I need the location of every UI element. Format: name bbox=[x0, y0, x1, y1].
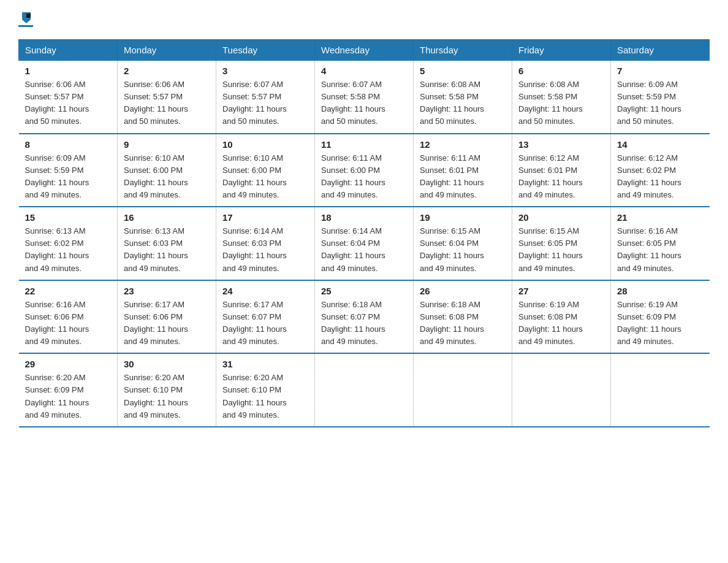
day-info: Sunrise: 6:07 AMSunset: 5:58 PMDaylight:… bbox=[321, 79, 407, 128]
day-info: Sunrise: 6:12 AMSunset: 6:01 PMDaylight:… bbox=[518, 152, 604, 202]
day-number: 5 bbox=[420, 66, 506, 76]
day-number: 12 bbox=[420, 139, 506, 150]
calendar-cell: 23Sunrise: 6:17 AMSunset: 6:06 PMDayligh… bbox=[118, 280, 216, 354]
day-number: 8 bbox=[25, 139, 112, 150]
calendar-cell: 7Sunrise: 6:09 AMSunset: 5:59 PMDaylight… bbox=[611, 61, 710, 134]
day-info: Sunrise: 6:17 AMSunset: 6:07 PMDaylight:… bbox=[222, 299, 308, 348]
day-number: 25 bbox=[321, 286, 407, 296]
day-info: Sunrise: 6:20 AMSunset: 6:10 PMDaylight:… bbox=[124, 372, 210, 421]
calendar-cell: 13Sunrise: 6:12 AMSunset: 6:01 PMDayligh… bbox=[512, 134, 611, 207]
day-number: 4 bbox=[321, 66, 407, 76]
page-header bbox=[18, 12, 710, 27]
logo bbox=[18, 12, 33, 27]
day-info: Sunrise: 6:16 AMSunset: 6:06 PMDaylight:… bbox=[25, 299, 112, 348]
calendar-cell: 9Sunrise: 6:10 AMSunset: 6:00 PMDaylight… bbox=[118, 134, 216, 207]
day-info: Sunrise: 6:15 AMSunset: 6:05 PMDaylight:… bbox=[518, 225, 604, 275]
calendar-cell: 11Sunrise: 6:11 AMSunset: 6:00 PMDayligh… bbox=[315, 134, 414, 207]
header-sunday: Sunday bbox=[19, 40, 118, 61]
day-number: 29 bbox=[25, 359, 112, 369]
calendar-cell: 12Sunrise: 6:11 AMSunset: 6:01 PMDayligh… bbox=[414, 134, 512, 207]
svg-marker-1 bbox=[26, 13, 31, 18]
day-number: 21 bbox=[617, 212, 703, 223]
calendar-cell: 15Sunrise: 6:13 AMSunset: 6:02 PMDayligh… bbox=[19, 207, 118, 280]
day-info: Sunrise: 6:13 AMSunset: 6:03 PMDaylight:… bbox=[124, 225, 210, 275]
day-number: 20 bbox=[518, 212, 604, 223]
day-number: 6 bbox=[518, 66, 604, 76]
calendar-cell bbox=[512, 353, 611, 427]
day-info: Sunrise: 6:19 AMSunset: 6:09 PMDaylight:… bbox=[617, 299, 703, 348]
header-saturday: Saturday bbox=[611, 40, 710, 61]
day-info: Sunrise: 6:09 AMSunset: 5:59 PMDaylight:… bbox=[617, 79, 703, 128]
day-info: Sunrise: 6:08 AMSunset: 5:58 PMDaylight:… bbox=[518, 79, 604, 128]
day-number: 24 bbox=[222, 286, 308, 296]
day-number: 3 bbox=[222, 66, 308, 76]
calendar-cell bbox=[315, 353, 414, 427]
header-tuesday: Tuesday bbox=[216, 40, 315, 61]
header-wednesday: Wednesday bbox=[315, 40, 414, 61]
day-info: Sunrise: 6:14 AMSunset: 6:03 PMDaylight:… bbox=[222, 225, 308, 275]
calendar-week-row: 22Sunrise: 6:16 AMSunset: 6:06 PMDayligh… bbox=[19, 280, 710, 354]
day-info: Sunrise: 6:11 AMSunset: 6:01 PMDaylight:… bbox=[420, 152, 506, 202]
day-number: 19 bbox=[420, 212, 506, 223]
calendar-week-row: 29Sunrise: 6:20 AMSunset: 6:09 PMDayligh… bbox=[19, 353, 710, 427]
day-number: 1 bbox=[25, 66, 112, 76]
day-info: Sunrise: 6:10 AMSunset: 6:00 PMDaylight:… bbox=[222, 152, 308, 202]
day-info: Sunrise: 6:20 AMSunset: 6:10 PMDaylight:… bbox=[222, 372, 308, 421]
header-thursday: Thursday bbox=[414, 40, 512, 61]
calendar-cell: 28Sunrise: 6:19 AMSunset: 6:09 PMDayligh… bbox=[611, 280, 710, 354]
calendar-cell bbox=[414, 353, 512, 427]
calendar-cell: 25Sunrise: 6:18 AMSunset: 6:07 PMDayligh… bbox=[315, 280, 414, 354]
calendar-week-row: 8Sunrise: 6:09 AMSunset: 5:59 PMDaylight… bbox=[19, 134, 710, 207]
day-number: 2 bbox=[124, 66, 210, 76]
calendar-cell: 24Sunrise: 6:17 AMSunset: 6:07 PMDayligh… bbox=[216, 280, 315, 354]
day-number: 11 bbox=[321, 139, 407, 150]
calendar-cell bbox=[611, 353, 710, 427]
day-info: Sunrise: 6:20 AMSunset: 6:09 PMDaylight:… bbox=[25, 372, 112, 421]
day-info: Sunrise: 6:07 AMSunset: 5:57 PMDaylight:… bbox=[222, 79, 308, 128]
day-number: 15 bbox=[25, 212, 112, 223]
day-info: Sunrise: 6:17 AMSunset: 6:06 PMDaylight:… bbox=[124, 299, 210, 348]
calendar-header-row: SundayMondayTuesdayWednesdayThursdayFrid… bbox=[19, 40, 710, 61]
calendar-week-row: 15Sunrise: 6:13 AMSunset: 6:02 PMDayligh… bbox=[19, 207, 710, 280]
day-info: Sunrise: 6:14 AMSunset: 6:04 PMDaylight:… bbox=[321, 225, 407, 275]
calendar-cell: 26Sunrise: 6:18 AMSunset: 6:08 PMDayligh… bbox=[414, 280, 512, 354]
day-info: Sunrise: 6:18 AMSunset: 6:07 PMDaylight:… bbox=[321, 299, 407, 348]
calendar-cell: 8Sunrise: 6:09 AMSunset: 5:59 PMDaylight… bbox=[19, 134, 118, 207]
calendar-cell: 17Sunrise: 6:14 AMSunset: 6:03 PMDayligh… bbox=[216, 207, 315, 280]
day-info: Sunrise: 6:16 AMSunset: 6:05 PMDaylight:… bbox=[617, 225, 703, 275]
calendar-week-row: 1Sunrise: 6:06 AMSunset: 5:57 PMDaylight… bbox=[19, 61, 710, 134]
calendar-cell: 4Sunrise: 6:07 AMSunset: 5:58 PMDaylight… bbox=[315, 61, 414, 134]
day-number: 27 bbox=[518, 286, 604, 296]
calendar-cell: 31Sunrise: 6:20 AMSunset: 6:10 PMDayligh… bbox=[216, 353, 315, 427]
day-info: Sunrise: 6:06 AMSunset: 5:57 PMDaylight:… bbox=[124, 79, 210, 128]
calendar-cell: 14Sunrise: 6:12 AMSunset: 6:02 PMDayligh… bbox=[611, 134, 710, 207]
calendar-cell: 16Sunrise: 6:13 AMSunset: 6:03 PMDayligh… bbox=[118, 207, 216, 280]
day-number: 22 bbox=[25, 286, 112, 296]
day-number: 26 bbox=[420, 286, 506, 296]
day-number: 30 bbox=[124, 359, 210, 369]
calendar-cell: 19Sunrise: 6:15 AMSunset: 6:04 PMDayligh… bbox=[414, 207, 512, 280]
header-friday: Friday bbox=[512, 40, 611, 61]
calendar-cell: 2Sunrise: 6:06 AMSunset: 5:57 PMDaylight… bbox=[118, 61, 216, 134]
calendar-cell: 5Sunrise: 6:08 AMSunset: 5:58 PMDaylight… bbox=[414, 61, 512, 134]
calendar-cell: 1Sunrise: 6:06 AMSunset: 5:57 PMDaylight… bbox=[19, 61, 118, 134]
day-info: Sunrise: 6:11 AMSunset: 6:00 PMDaylight:… bbox=[321, 152, 407, 202]
day-number: 13 bbox=[518, 139, 604, 150]
day-number: 18 bbox=[321, 212, 407, 223]
calendar-cell: 3Sunrise: 6:07 AMSunset: 5:57 PMDaylight… bbox=[216, 61, 315, 134]
calendar-table: SundayMondayTuesdayWednesdayThursdayFrid… bbox=[18, 39, 710, 427]
logo-arrow-icon bbox=[20, 11, 33, 25]
day-number: 28 bbox=[617, 286, 703, 296]
day-number: 23 bbox=[124, 286, 210, 296]
day-info: Sunrise: 6:13 AMSunset: 6:02 PMDaylight:… bbox=[25, 225, 112, 275]
day-info: Sunrise: 6:19 AMSunset: 6:08 PMDaylight:… bbox=[518, 299, 604, 348]
day-number: 31 bbox=[222, 359, 308, 369]
header-monday: Monday bbox=[118, 40, 216, 61]
day-number: 7 bbox=[617, 66, 703, 76]
calendar-cell: 10Sunrise: 6:10 AMSunset: 6:00 PMDayligh… bbox=[216, 134, 315, 207]
day-info: Sunrise: 6:09 AMSunset: 5:59 PMDaylight:… bbox=[25, 152, 112, 202]
day-info: Sunrise: 6:08 AMSunset: 5:58 PMDaylight:… bbox=[420, 79, 506, 128]
day-number: 17 bbox=[222, 212, 308, 223]
calendar-cell: 6Sunrise: 6:08 AMSunset: 5:58 PMDaylight… bbox=[512, 61, 611, 134]
calendar-cell: 22Sunrise: 6:16 AMSunset: 6:06 PMDayligh… bbox=[19, 280, 118, 354]
